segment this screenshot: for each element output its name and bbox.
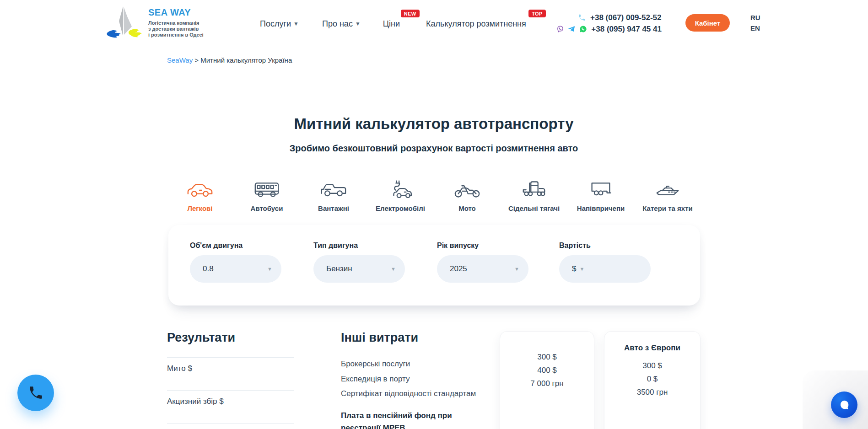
chevron-down-icon: ▼ [355,21,361,27]
divider [167,423,294,424]
cost-input[interactable]: $ ▼ [559,255,651,283]
tab-semi-tractors[interactable]: Сідельні тягачі [501,178,567,212]
tab-cars[interactable]: Легкові [167,178,233,212]
tab-semi-trailers[interactable]: Напівпричепи [567,178,634,212]
year-select[interactable]: 2025 ▼ [437,255,528,283]
engine-volume-select[interactable]: 0.8 ▼ [190,255,281,283]
nav-about[interactable]: Про нас▼ [322,19,361,29]
viber-icon[interactable] [556,25,564,33]
divider [167,357,294,358]
engine-type-select[interactable]: Бензин ▼ [313,255,405,283]
price-card-europe: Авто з Європи 300 $ 0 $ 3500 грн [604,331,701,429]
chat-bubble-icon [837,398,851,412]
cost-item-port: Експедиція в порту [341,375,410,384]
semi-trailer-icon [587,178,615,200]
price-card-general: 300 $ 400 $ 7 000 грн [500,331,594,429]
chevron-down-icon: ▼ [267,266,272,272]
breadcrumb-current: Митний калькулятор Україна [200,56,292,64]
cost-label: Вартість [559,241,651,250]
nav-services[interactable]: Послуги▼ [260,19,299,29]
engine-type-label: Тип двигуна [313,241,405,250]
header: SEA WAY Логістична компанія з доставки в… [0,0,868,47]
phone-row-1: +38 (067) 009-52-52 [553,12,672,23]
calculator-form-card: Об'єм двигуна 0.8 ▼ Тип двигуна Бензин ▼… [168,225,700,306]
paper-boat-logo-icon [102,3,147,42]
new-badge: NEW [401,10,420,17]
cabinet-button[interactable]: Кабінет [685,14,730,32]
tab-boats-yachts[interactable]: Катери та яхти [634,178,701,212]
customs-calculator-page: SEA WAY Логістична компанія з доставки в… [0,0,868,429]
phone-number-2[interactable]: +38 (095) 947 45 41 [591,25,672,34]
tab-motorcycles[interactable]: Мото [434,178,501,212]
cost-item-certificate: Сертифікат відповідності стандартам [341,389,476,398]
cost-item-pension-fund: Плата в пенсійний фонд при реєстрації МР… [341,409,470,429]
year-label: Рік випуску [437,241,528,250]
logo[interactable]: SEA WAY Логістична компанія з доставки в… [102,3,204,42]
other-costs-title: Інші витрати [341,331,418,345]
tab-electric-cars[interactable]: Електромобілі [367,178,434,212]
engine-type-group: Тип двигуна Бензин ▼ [313,241,405,283]
nav-customs-calculator[interactable]: Калькулятор розмитненняTOP [426,19,526,29]
breadcrumb: SeaWay > Митний калькулятор Україна [167,56,292,64]
price-card-title: Авто з Європи [604,343,700,353]
motorcycle-icon [453,178,481,200]
logo-text: SEA WAY Логістична компанія з доставки в… [148,7,204,38]
chevron-down-icon: ▼ [293,21,299,27]
chevron-down-icon: ▼ [579,266,584,272]
breadcrumb-separator: > [193,56,200,64]
logo-subtitle: Логістична компанія з доставки вантажів … [148,20,204,38]
language-switcher: RU EN [750,12,760,33]
engine-volume-label: Об'єм двигуна [190,241,281,250]
breadcrumb-home-link[interactable]: SeaWay [167,56,193,64]
header-contacts: +38 (067) 009-52-52 +38 (095) 947 45 41 [553,12,672,35]
nav-prices[interactable]: ЦіниNEW [383,19,400,29]
call-fab-button[interactable] [17,375,54,411]
car-icon [186,178,214,200]
lang-ru[interactable]: RU [750,12,760,23]
price-values: 300 $ 0 $ 3500 грн [604,359,700,399]
results-title: Результати [167,331,235,345]
engine-volume-group: Об'єм двигуна 0.8 ▼ [190,241,281,283]
chat-fab-button[interactable] [831,391,857,418]
truck-icon [319,178,348,200]
yacht-icon [653,178,682,200]
year-group: Рік випуску 2025 ▼ [437,241,528,283]
tab-buses[interactable]: Автобуси [233,178,300,212]
phone-row-2: +38 (095) 947 45 41 [553,23,672,35]
phone-icon [28,385,43,401]
chevron-down-icon: ▼ [514,266,519,272]
phone-icon [578,14,586,21]
vehicle-type-tabs: Легкові Автобуси Вантажні Електромобілі … [167,178,702,212]
price-values: 300 $ 400 $ 7 000 грн [500,350,594,390]
lang-en[interactable]: EN [750,23,760,33]
result-excise: Акцизний збір $ [167,397,224,406]
whatsapp-icon[interactable] [579,25,587,33]
top-badge: TOP [528,10,546,17]
divider [167,390,294,391]
chevron-down-icon: ▼ [391,266,396,272]
semi-truck-icon [520,178,548,200]
main-nav: Послуги▼ Про нас▼ ЦіниNEW Калькулятор ро… [260,19,526,29]
logo-title: SEA WAY [148,7,204,18]
bus-icon [253,178,281,200]
page-subtitle: Зробимо безкоштовний розрахунок вартості… [167,143,701,154]
phone-number-1[interactable]: +38 (067) 009-52-52 [590,13,672,22]
electric-car-icon [386,178,415,200]
cost-group: Вартість $ ▼ [559,241,651,283]
page-title: Митний калькулятор автотранспорту [167,115,701,133]
telegram-icon[interactable] [568,25,576,33]
cost-item-broker: Брокерські послуги [341,359,410,369]
result-duty: Мито $ [167,364,192,373]
tab-trucks[interactable]: Вантажні [300,178,367,212]
